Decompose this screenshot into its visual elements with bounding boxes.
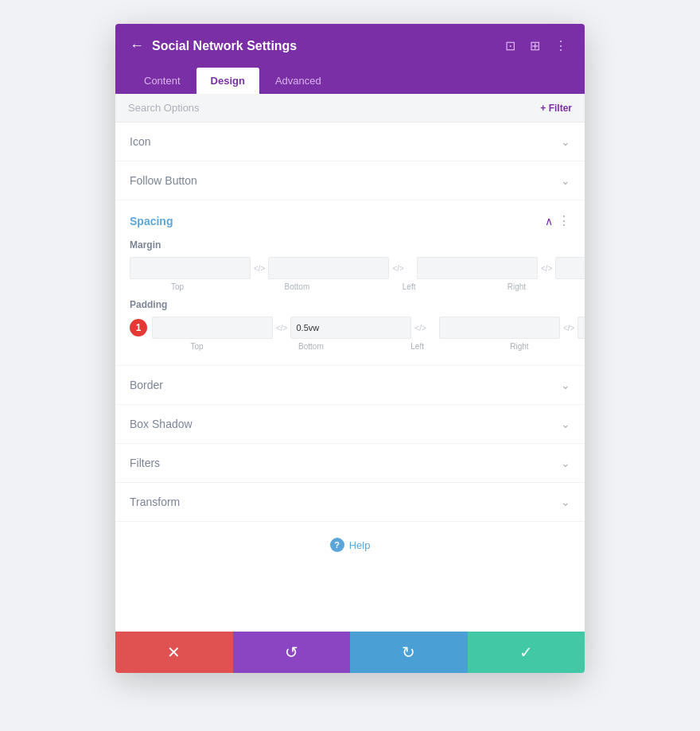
- margin-top-pair: </> </>: [130, 257, 407, 279]
- padding-right-input[interactable]: [578, 317, 585, 339]
- padding-bottom-code-icon[interactable]: </>: [414, 324, 426, 332]
- padding-label: Padding: [130, 299, 570, 310]
- spacing-kebab-icon[interactable]: ⋮: [558, 213, 570, 228]
- section-row-transform[interactable]: Transform ⌄: [115, 483, 585, 522]
- section-label-transform: Transform: [130, 496, 180, 508]
- chevron-transform-icon: ⌄: [561, 496, 570, 508]
- spacing-title: Spacing: [130, 215, 173, 227]
- margin-bottom-label: Bottom: [249, 282, 344, 291]
- padding-left-code-icon[interactable]: </>: [563, 324, 574, 332]
- margin-bottom-code-icon[interactable]: </>: [392, 264, 403, 273]
- more-icon-button[interactable]: ⋮: [551, 37, 570, 55]
- section-row-box-shadow[interactable]: Box Shadow ⌄: [115, 405, 585, 444]
- padding-top-label: Top: [152, 342, 242, 351]
- tab-advanced[interactable]: Advanced: [261, 68, 336, 94]
- padding-badge: 1: [130, 319, 147, 336]
- padding-labels-right: Left Right: [367, 342, 571, 351]
- margin-bottom-input[interactable]: [268, 257, 389, 279]
- target-icon-button[interactable]: ⊡: [502, 37, 519, 55]
- margin-right-label: Right: [463, 282, 570, 291]
- margin-left-code-icon[interactable]: </>: [541, 264, 552, 273]
- filter-button[interactable]: + Filter: [540, 103, 572, 114]
- undo-button[interactable]: ↺: [233, 632, 351, 673]
- bottom-bar: ✕ ↺ ↻ ✓: [115, 632, 585, 673]
- padding-group: Padding 1 </> </> </> Top: [130, 299, 570, 351]
- section-row-border[interactable]: Border ⌄: [115, 366, 585, 405]
- padding-right-label: Right: [469, 342, 570, 351]
- padding-bottom-input[interactable]: [290, 317, 411, 339]
- margin-labels-right: Left Right: [356, 282, 571, 291]
- spacer: [115, 568, 585, 632]
- section-label-filters: Filters: [130, 457, 160, 469]
- tab-design[interactable]: Design: [196, 68, 259, 94]
- tab-content[interactable]: Content: [130, 68, 195, 94]
- section-row-follow-button[interactable]: Follow Button ⌄: [115, 161, 585, 200]
- help-text[interactable]: Help: [349, 539, 371, 551]
- chevron-border-icon: ⌄: [561, 379, 570, 391]
- padding-labels-left: Top Bottom: [152, 342, 356, 351]
- help-icon[interactable]: ?: [330, 538, 344, 552]
- padding-inputs: 1 </> </> </>: [130, 317, 570, 339]
- margin-labels-left: Top Bottom: [130, 282, 345, 291]
- margin-top-input[interactable]: [130, 257, 251, 279]
- chevron-box-shadow-icon: ⌄: [561, 418, 570, 430]
- search-placeholder: Search Options: [128, 102, 200, 114]
- padding-bottom-label: Bottom: [266, 342, 356, 351]
- search-bar: Search Options + Filter: [115, 94, 585, 122]
- section-label-follow-button: Follow Button: [130, 174, 197, 187]
- padding-top-code-icon[interactable]: </>: [276, 324, 287, 332]
- margin-top-label: Top: [130, 282, 225, 291]
- tabs-bar: Content Design Advanced: [115, 68, 585, 94]
- margin-input-labels: Top Bottom Left Right: [130, 282, 570, 291]
- padding-right-pair: </>: [439, 317, 585, 339]
- margin-group: Margin </> </> </> Top: [130, 239, 570, 291]
- spacing-collapse-icon[interactable]: ∧: [545, 215, 553, 227]
- padding-left-label: Left: [367, 342, 469, 351]
- section-row-filters[interactable]: Filters ⌄: [115, 444, 585, 483]
- section-row-icon[interactable]: Icon ⌄: [115, 122, 585, 161]
- redo-button[interactable]: ↻: [350, 632, 468, 673]
- padding-left-input[interactable]: [439, 317, 560, 339]
- chevron-filters-icon: ⌄: [561, 457, 570, 469]
- save-button[interactable]: ✓: [468, 632, 585, 673]
- margin-left-label: Left: [356, 282, 463, 291]
- margin-left-input[interactable]: [417, 257, 538, 279]
- section-label-icon: Icon: [130, 135, 150, 148]
- padding-top-pair: </> </>: [152, 317, 430, 339]
- margin-top-code-icon[interactable]: </>: [254, 264, 265, 273]
- help-row: ? Help: [115, 522, 585, 568]
- margin-label: Margin: [130, 239, 570, 251]
- spacing-controls: ∧ ⋮: [545, 213, 570, 228]
- margin-inputs: </> </> </>: [130, 257, 570, 279]
- cancel-button[interactable]: ✕: [115, 632, 233, 673]
- margin-right-input[interactable]: [555, 257, 585, 279]
- section-label-border: Border: [130, 379, 163, 391]
- spacing-header: Spacing ∧ ⋮: [130, 213, 570, 228]
- margin-right-pair: </>: [417, 257, 585, 279]
- columns-icon-button[interactable]: ⊞: [527, 37, 543, 55]
- chevron-icon-icon: ⌄: [561, 135, 570, 148]
- section-label-box-shadow: Box Shadow: [130, 418, 192, 430]
- padding-input-labels: Top Bottom Left Right: [130, 342, 570, 351]
- spacing-section: Spacing ∧ ⋮ Margin </> </>: [115, 200, 585, 366]
- modal-title: Social Network Settings: [152, 39, 494, 53]
- modal-container: ← Social Network Settings ⊡ ⊞ ⋮ Content …: [115, 24, 585, 673]
- modal-header: ← Social Network Settings ⊡ ⊞ ⋮: [115, 24, 585, 68]
- header-icons: ⊡ ⊞ ⋮: [502, 37, 570, 55]
- padding-top-input[interactable]: [152, 317, 273, 339]
- chevron-follow-button-icon: ⌄: [561, 174, 570, 187]
- back-icon[interactable]: ←: [130, 37, 144, 54]
